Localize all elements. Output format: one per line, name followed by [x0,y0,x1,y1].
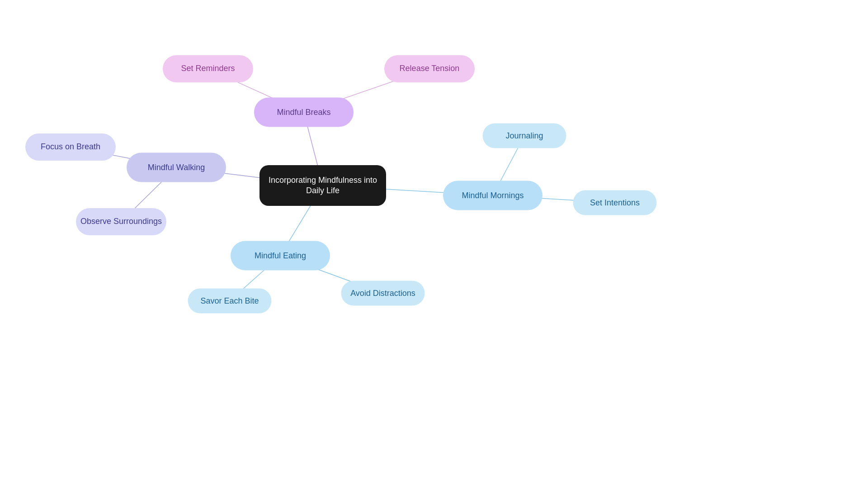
node-savor-each-bite[interactable]: Savor Each Bite [188,289,272,314]
label-mindful-mornings: Mindful Mornings [462,190,524,200]
node-journaling[interactable]: Journaling [483,124,566,148]
label-focus-on-breath: Focus on Breath [41,142,100,152]
center-node[interactable]: Incorporating Mindfulness into Daily Lif… [259,165,386,206]
node-set-reminders[interactable]: Set Reminders [163,55,253,82]
center-label: Incorporating Mindfulness into Daily Lif… [269,175,377,196]
node-avoid-distractions[interactable]: Avoid Distractions [341,281,425,306]
label-mindful-eating: Mindful Eating [255,250,306,261]
label-savor-each-bite: Savor Each Bite [200,295,259,306]
label-release-tension: Release Tension [400,63,460,74]
label-mindful-walking: Mindful Walking [148,162,205,172]
label-set-reminders: Set Reminders [181,63,235,74]
label-mindful-breaks: Mindful Breaks [277,107,330,117]
node-mindful-mornings[interactable]: Mindful Mornings [443,181,542,210]
label-set-intentions: Set Intentions [590,197,640,208]
node-set-intentions[interactable]: Set Intentions [573,190,657,215]
node-mindful-eating[interactable]: Mindful Eating [231,241,330,271]
node-mindful-walking[interactable]: Mindful Walking [127,153,226,182]
node-observe-surroundings[interactable]: Observe Surroundings [76,208,166,235]
label-journaling: Journaling [505,130,543,141]
node-mindful-breaks[interactable]: Mindful Breaks [254,98,354,127]
label-avoid-distractions: Avoid Distractions [350,288,415,298]
label-observe-surroundings: Observe Surroundings [80,216,162,227]
node-release-tension[interactable]: Release Tension [384,55,475,82]
node-focus-on-breath[interactable]: Focus on Breath [25,133,116,161]
